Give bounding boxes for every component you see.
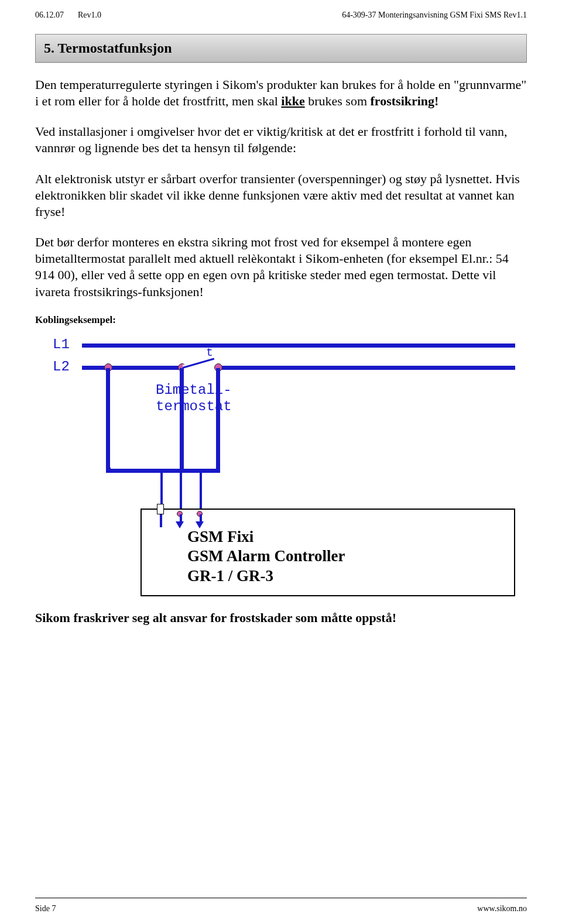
p1-post: brukes som bbox=[305, 94, 371, 108]
header-date: 06.12.07 bbox=[35, 11, 64, 20]
label-l2: L2 bbox=[53, 359, 70, 375]
wire-l1 bbox=[82, 344, 515, 348]
thermostat-label-2: termostat bbox=[156, 399, 232, 414]
paragraph-2: Ved installasjoner i omgivelser hvor det… bbox=[35, 123, 527, 156]
subheading-koblingseksempel: Koblingseksempel: bbox=[35, 314, 527, 326]
device-line-3: GR-1 / GR-3 bbox=[187, 566, 345, 586]
paragraph-4: Det bør derfor monteres en ekstra sikrin… bbox=[35, 234, 527, 300]
terminal-1 bbox=[157, 504, 164, 514]
disclaimer: Sikom fraskriver seg alt ansvar for fros… bbox=[35, 610, 527, 626]
label-t: t bbox=[206, 346, 213, 359]
paragraph-1: Den temperaturregulerte styringen i Siko… bbox=[35, 77, 527, 109]
stem-0 bbox=[160, 514, 162, 527]
stem-1 bbox=[180, 514, 182, 523]
section-title: 5. Termostatfunksjon bbox=[44, 40, 172, 56]
p1-emph: ikke bbox=[281, 94, 304, 108]
p1-tail: frostsikring! bbox=[371, 94, 439, 108]
content: 5. Termostatfunksjon Den temperaturregul… bbox=[0, 20, 562, 626]
page-footer: Side 7 www.sikom.no bbox=[0, 904, 562, 913]
wire-lower-bus bbox=[106, 469, 220, 473]
header-rev: Rev1.0 bbox=[78, 11, 101, 20]
wire-drop-left bbox=[106, 368, 110, 471]
stem-2 bbox=[200, 514, 202, 523]
device-line-1: GSM Fixi bbox=[187, 527, 345, 547]
header-title: 64-309-37 Monteringsanvisning GSM Fixi S… bbox=[342, 11, 527, 20]
wire-into-box-0 bbox=[160, 471, 163, 506]
wire-l2 bbox=[82, 366, 515, 370]
thermostat-label-1: Bimetall- bbox=[156, 382, 232, 398]
device-line-2: GSM Alarm Controller bbox=[187, 547, 345, 566]
footer-right: www.sikom.no bbox=[477, 904, 527, 913]
page-header: 06.12.07 Rev1.0 64-309-37 Monteringsanvi… bbox=[0, 0, 562, 20]
device-text: GSM Fixi GSM Alarm Controller GR-1 / GR-… bbox=[187, 527, 345, 586]
footer-separator bbox=[35, 898, 527, 898]
footer-left: Side 7 bbox=[35, 904, 56, 913]
section-title-bar: 5. Termostatfunksjon bbox=[35, 34, 527, 63]
label-l1: L1 bbox=[53, 336, 70, 352]
wiring-diagram: L1 L2 t Bimetall- termostat bbox=[35, 333, 527, 596]
paragraph-3: Alt elektronisk utstyr er sårbart overfo… bbox=[35, 171, 527, 220]
